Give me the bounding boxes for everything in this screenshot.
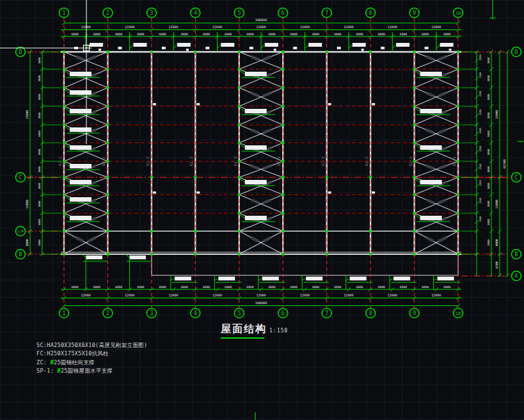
svg-text:A: A <box>515 273 518 279</box>
svg-text:6000: 6000 <box>225 33 232 36</box>
svg-text:6: 6 <box>282 311 285 316</box>
svg-text:15000: 15000 <box>26 200 29 209</box>
svg-text:2500: 2500 <box>479 54 482 60</box>
svg-text:6000: 6000 <box>378 286 385 289</box>
svg-text:6000: 6000 <box>203 286 210 289</box>
svg-text:12000: 12000 <box>256 293 266 297</box>
svg-text:4: 4 <box>194 10 197 16</box>
svg-text:5000: 5000 <box>487 200 490 207</box>
svg-text:6000: 6000 <box>203 33 210 36</box>
svg-text:6000: 6000 <box>422 33 429 36</box>
svg-text:1: 1 <box>63 10 66 16</box>
svg-text:6000: 6000 <box>356 286 363 289</box>
svg-text:5000: 5000 <box>38 166 41 173</box>
note-line: SP-1: Ø25圆钢屋面水平支撑 <box>36 367 147 375</box>
svg-text:12000: 12000 <box>81 293 91 297</box>
svg-text:10: 10 <box>456 311 461 316</box>
svg-text:3: 3 <box>150 311 153 316</box>
svg-text:2: 2 <box>106 311 109 316</box>
svg-text:D: D <box>515 49 518 55</box>
drawing-title-block: 屋面结构 1:150 <box>221 323 267 339</box>
svg-text:6000: 6000 <box>334 33 341 36</box>
svg-text:6000: 6000 <box>26 239 29 246</box>
svg-text:12000: 12000 <box>169 293 179 297</box>
brace-labels <box>65 70 450 222</box>
svg-text:12000: 12000 <box>125 293 134 297</box>
svg-text:5: 5 <box>237 311 241 316</box>
svg-text:12000: 12000 <box>300 25 310 29</box>
svg-text:1/B: 1/B <box>17 229 23 233</box>
svg-text:5000: 5000 <box>487 93 490 101</box>
svg-text:5000: 5000 <box>487 75 490 82</box>
svg-text:5000: 5000 <box>38 239 41 246</box>
svg-text:6000: 6000 <box>269 286 276 289</box>
svg-text:6000: 6000 <box>378 33 385 36</box>
svg-text:GJ-3: GJ-3 <box>276 156 281 166</box>
stray-marks <box>255 0 523 420</box>
svg-text:B: B <box>19 252 22 257</box>
svg-text:12000: 12000 <box>431 293 441 297</box>
drawing-scale: 1:150 <box>269 328 288 334</box>
svg-text:6000: 6000 <box>181 286 188 289</box>
svg-text:6000: 6000 <box>443 286 450 289</box>
note-line: SC:HA250X350X6X10(高度见刚架立面图) <box>36 341 147 350</box>
svg-text:2500: 2500 <box>479 216 482 222</box>
svg-text:GJ-3: GJ-3 <box>321 156 325 166</box>
svg-text:5000: 5000 <box>487 57 490 64</box>
roof-bracing <box>63 51 459 255</box>
svg-text:6000: 6000 <box>269 33 276 36</box>
svg-text:5000: 5000 <box>38 130 41 137</box>
svg-text:GJ-1: GJ-1 <box>101 156 106 166</box>
svg-text:8: 8 <box>369 10 372 16</box>
svg-text:5000: 5000 <box>38 218 41 225</box>
cad-viewport[interactable]: GJ-1GJ-1GJ-2GJ-3GJ-3GJ-3GJ-3GJ-2GJ-1GJ-1… <box>0 0 524 420</box>
svg-text:5000: 5000 <box>38 149 41 156</box>
svg-text:108000: 108000 <box>255 301 267 305</box>
svg-text:2500: 2500 <box>479 127 482 134</box>
svg-text:C: C <box>515 175 518 181</box>
svg-text:5000: 5000 <box>487 130 490 137</box>
svg-text:5000: 5000 <box>487 166 490 173</box>
svg-text:6000: 6000 <box>115 33 122 36</box>
svg-text:6000: 6000 <box>93 286 100 289</box>
svg-text:6000: 6000 <box>181 33 188 36</box>
svg-text:5000: 5000 <box>38 112 41 119</box>
svg-text:2500: 2500 <box>479 179 482 186</box>
svg-text:2500: 2500 <box>479 72 482 78</box>
svg-text:2: 2 <box>106 10 109 16</box>
svg-text:6000: 6000 <box>290 286 298 289</box>
svg-text:6000: 6000 <box>422 286 429 289</box>
svg-text:D: D <box>19 49 22 55</box>
svg-text:6000: 6000 <box>290 33 298 36</box>
svg-text:12000: 12000 <box>344 293 353 297</box>
svg-text:6500: 6500 <box>495 261 498 268</box>
svg-text:6000: 6000 <box>72 33 79 36</box>
svg-text:5000: 5000 <box>38 57 41 64</box>
svg-text:GJ-1: GJ-1 <box>408 156 413 166</box>
svg-text:108000: 108000 <box>255 18 267 22</box>
svg-text:6000: 6000 <box>137 33 144 36</box>
frame-nodes <box>63 51 459 255</box>
svg-text:5000: 5000 <box>487 149 490 156</box>
svg-text:6000: 6000 <box>246 33 253 36</box>
general-notes: SC:HA250X350X6X10(高度见刚架立面图)FC:H250X175X5… <box>36 341 147 376</box>
svg-text:6000: 6000 <box>72 286 79 289</box>
svg-text:62500: 62500 <box>503 159 506 168</box>
svg-text:6000: 6000 <box>495 239 498 246</box>
svg-text:12000: 12000 <box>256 25 266 29</box>
svg-text:12000: 12000 <box>431 25 441 29</box>
svg-text:5000: 5000 <box>487 182 490 190</box>
svg-text:5000: 5000 <box>38 182 41 190</box>
right-dimensions: 2500250025002500250025002500250025002500… <box>461 50 509 277</box>
grid-bubbles[interactable]: 1122334455667788991010DC1/BBDCBA <box>16 8 521 318</box>
svg-text:C: C <box>19 175 22 181</box>
left-dimensions: 3500015000600050005000500050005000500050… <box>26 50 61 256</box>
svg-text:2500: 2500 <box>479 163 482 170</box>
svg-text:12000: 12000 <box>212 293 222 297</box>
svg-text:1: 1 <box>63 311 66 316</box>
svg-text:35000: 35000 <box>495 110 498 119</box>
svg-text:7: 7 <box>325 10 328 16</box>
svg-text:2500: 2500 <box>479 109 482 115</box>
svg-text:GJ-3: GJ-3 <box>189 156 193 166</box>
svg-text:12000: 12000 <box>169 25 179 29</box>
